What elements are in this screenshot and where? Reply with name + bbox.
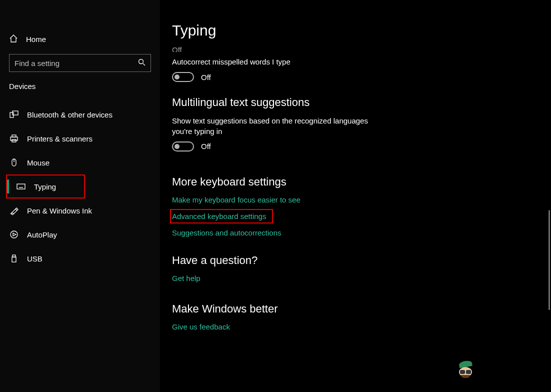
sidebar-item-label: Printers & scanners [27,134,92,143]
link-keyboard-focus[interactable]: Make my keyboard focus easier to see [172,196,300,204]
sidebar-item-bluetooth[interactable]: Bluetooth & other devices [0,102,160,126]
more-title: More keyboard settings [172,176,539,188]
scrollbar[interactable] [548,210,550,310]
question-title: Have a question? [172,254,539,267]
svg-rect-4 [10,137,18,140]
usb-icon [9,254,19,263]
link-get-help[interactable]: Get help [172,274,200,282]
toggle-knob [174,144,180,149]
autocorrect-label: Autocorrect misspelled words I type [172,57,382,67]
autocorrect-toggle-row: Off [172,72,539,82]
multilingual-toggle-row: Off [172,142,539,152]
multilingual-label: Show text suggestions based on the recog… [172,116,382,136]
page-title: Typing [172,22,539,39]
multilingual-toggle[interactable] [172,142,194,152]
sidebar-item-label: Pen & Windows Ink [27,206,92,215]
sidebar-item-label: Mouse [27,158,50,167]
toggle-state: Off [201,142,211,150]
clipped-toggle: Off [172,47,539,52]
search-icon [138,58,146,68]
feedback-title: Make Windows better [172,302,539,316]
sidebar-home-label: Home [26,35,46,44]
sidebar-item-label: USB [27,254,42,263]
link-suggestions-autocorrect[interactable]: Suggestions and autocorrections [172,228,281,237]
sidebar-item-label: Typing [34,182,56,191]
avatar [456,361,476,381]
toggle-state: Off [172,47,182,52]
search-placeholder: Find a setting [14,59,138,68]
sidebar-item-label: Bluetooth & other devices [27,110,112,119]
mouse-icon [9,158,19,167]
sidebar-item-autoplay[interactable]: AutoPlay [0,222,160,246]
link-give-feedback[interactable]: Give us feedback [172,322,230,331]
toggle-state: Off [201,73,211,82]
pen-icon [9,206,19,215]
autocorrect-toggle[interactable] [172,72,194,82]
toggle-knob [174,74,180,80]
svg-rect-9 [17,184,25,189]
sidebar-item-label: AutoPlay [27,230,57,239]
home-icon [9,34,18,44]
sidebar-item-mouse[interactable]: Mouse [0,150,160,174]
sidebar-category: Devices [0,82,160,90]
svg-point-1 [139,60,144,64]
autoplay-icon [9,230,19,239]
sidebar-item-pen[interactable]: Pen & Windows Ink [0,198,160,222]
sidebar-item-usb[interactable]: USB [0,246,160,270]
sidebar: Home Find a setting Devices Bluetooth & … [0,0,160,392]
svg-rect-17 [12,257,16,262]
printer-icon [9,134,19,143]
keyboard-icon [16,184,26,190]
svg-rect-5 [12,135,16,137]
content-pane: Typing Off Autocorrect misspelled words … [160,0,551,392]
multilingual-title: Multilingual text suggestions [172,96,539,109]
sidebar-home[interactable]: Home [0,28,160,50]
sidebar-item-typing[interactable]: Typing [6,174,85,198]
search-input[interactable]: Find a setting [9,54,151,72]
bluetooth-devices-icon [9,110,19,119]
sidebar-item-printers[interactable]: Printers & scanners [0,126,160,150]
link-advanced-keyboard[interactable]: Advanced keyboard settings [170,209,273,224]
